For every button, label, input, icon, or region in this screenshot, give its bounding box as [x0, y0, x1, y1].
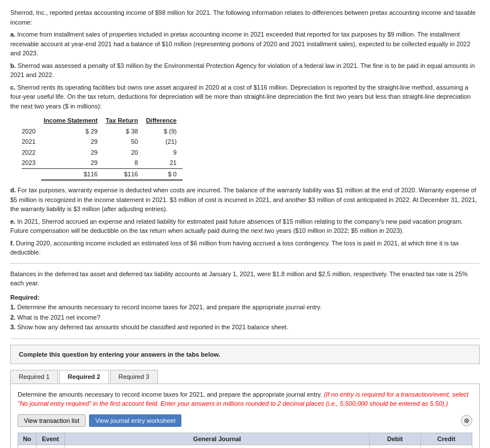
- table-header-row: No Event General Journal Debit Credit: [18, 433, 472, 445]
- opening-paragraph: Sherrod, Inc., reported pretax accountin…: [10, 8, 480, 27]
- dep-row-2020: 2020 $ 29 $ 38 $ (9): [22, 126, 183, 137]
- intro-section: Sherrod, Inc., reported pretax accountin…: [10, 8, 480, 257]
- tabs-row: Required 1 Required 2 Required 3: [10, 370, 480, 384]
- divider-1: [10, 263, 480, 264]
- tab-required-3[interactable]: Required 3: [110, 370, 158, 384]
- item-d: d. For tax purposes, warranty expense is…: [10, 185, 480, 214]
- required-3: 3. Show how any deferred tax amounts sho…: [10, 322, 480, 333]
- event-no-cell: 1: [37, 445, 65, 448]
- dep-row-2023: 2023 29 8 21: [22, 158, 183, 168]
- credit-cell-1[interactable]: [421, 445, 472, 448]
- col-general-journal: General Journal: [65, 433, 370, 445]
- tab-required-2[interactable]: Required 2: [59, 370, 109, 384]
- tab-content: Determine the amounts necessary to recor…: [10, 384, 480, 448]
- item-c: c. Sherrod rents its operating facilitie…: [10, 83, 480, 111]
- account-cell-1[interactable]: Income tax expense: [65, 445, 370, 448]
- required-section: Required: 1. Determine the amounts neces…: [10, 293, 480, 333]
- depreciation-table: Income Statement Tax Return Difference 2…: [22, 115, 183, 181]
- close-button[interactable]: ⊗: [461, 415, 472, 426]
- view-journal-entry-button[interactable]: View journal entry worksheet: [89, 414, 181, 427]
- table-row: ✎ 1 Income tax expense 25.20: [18, 445, 472, 448]
- required-2: 2. What is the 2021 net income?: [10, 313, 480, 323]
- item-b: b. Sherrod was assessed a penalty of $3 …: [10, 61, 480, 80]
- dep-header-tax: Tax Return: [103, 115, 144, 126]
- divider-2: [10, 338, 480, 339]
- col-no: No: [18, 433, 37, 445]
- item-a: a. Income from installment sales of prop…: [10, 30, 480, 58]
- balances-text: Balances in the deferred tax asset and d…: [10, 269, 480, 288]
- tab-required-1[interactable]: Required 1: [10, 370, 58, 384]
- dep-row-total: $116 $116 $ 0: [22, 168, 183, 180]
- instruction-text: Determine the amounts necessary to recor…: [18, 390, 472, 409]
- required-title: Required:: [10, 293, 480, 303]
- dep-header-year: [22, 115, 41, 126]
- col-event: Event: [37, 433, 65, 445]
- complete-box: Complete this question by entering your …: [10, 345, 480, 364]
- item-f: f. During 2020, accounting income includ…: [10, 239, 480, 257]
- col-credit: Credit: [421, 433, 472, 445]
- dep-row-2021: 2021 29 50 (21): [22, 136, 183, 147]
- required-1: 1. Determine the amounts necessary to re…: [10, 302, 480, 313]
- dep-header-income: Income Statement: [41, 115, 103, 126]
- dep-header-diff: Difference: [144, 115, 183, 126]
- button-row: View transaction list View journal entry…: [18, 414, 472, 427]
- dep-row-2022: 2022 29 20 9: [22, 147, 183, 158]
- debit-cell-1[interactable]: 25.20: [370, 445, 421, 448]
- edit-cell: ✎: [18, 445, 37, 448]
- view-transaction-list-button[interactable]: View transaction list: [18, 414, 86, 427]
- journal-table: No Event General Journal Debit Credit ✎ …: [18, 433, 472, 448]
- item-e: e. In 2021, Sherrod accrued an expense a…: [10, 217, 480, 236]
- col-debit: Debit: [370, 433, 421, 445]
